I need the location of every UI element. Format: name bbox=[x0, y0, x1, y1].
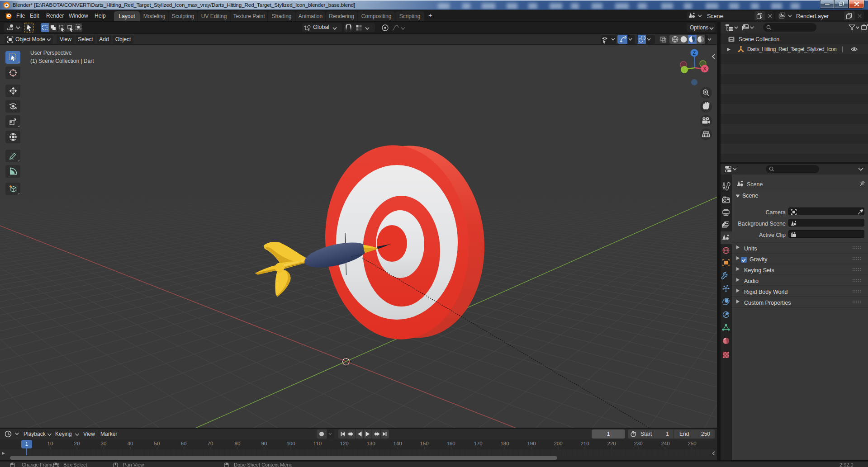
svg-text:X: X bbox=[703, 66, 706, 71]
svg-text:Z: Z bbox=[693, 50, 696, 56]
